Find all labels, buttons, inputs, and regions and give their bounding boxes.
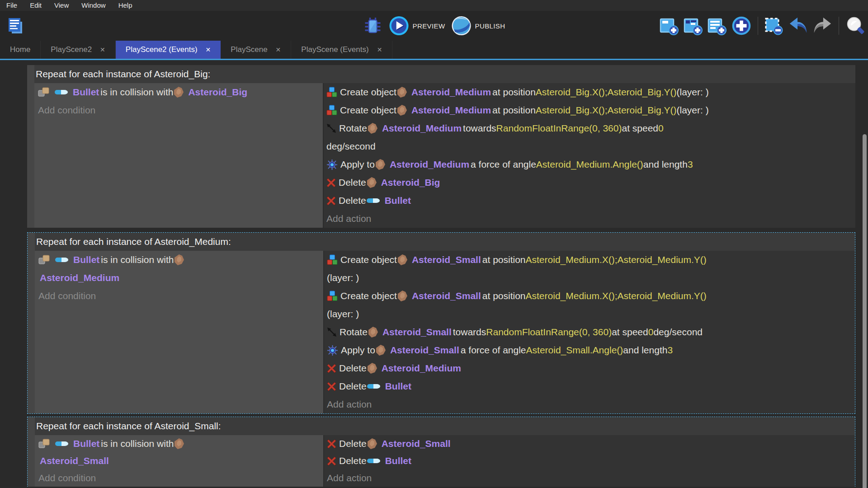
object-name: Asteroid_Medium xyxy=(411,105,491,116)
object-name: Asteroid_Small xyxy=(412,291,481,301)
action-row[interactable]: Create object Asteroid_Medium at positio… xyxy=(326,101,855,119)
action-row[interactable]: Delete Bullet xyxy=(326,192,855,210)
condition-row[interactable]: Asteroid_Medium xyxy=(38,269,323,287)
action-row[interactable]: Delete Asteroid_Big xyxy=(326,174,855,192)
asteroid-icon xyxy=(396,104,407,116)
add-action-button[interactable]: Add action xyxy=(326,210,855,228)
action-row[interactable]: (layer: ) xyxy=(327,269,855,287)
actions-column[interactable]: Delete Asteroid_SmallDelete BulletAdd ac… xyxy=(324,435,855,487)
vertical-scrollbar[interactable] xyxy=(863,134,867,488)
event-drag-handle[interactable] xyxy=(28,417,35,487)
add-condition-button[interactable]: Add condition xyxy=(38,101,323,119)
object-name: Asteroid_Small xyxy=(412,254,481,265)
action-row[interactable]: (layer: ) xyxy=(327,305,855,323)
tab-playscene2[interactable]: PlayScene2 ✕ xyxy=(41,41,115,59)
event-header[interactable]: Repeat for each instance of Asteroid_Med… xyxy=(35,233,855,251)
action-row[interactable]: Delete Asteroid_Medium xyxy=(327,359,855,377)
rotate-icon xyxy=(326,123,336,133)
add-comment-icon[interactable] xyxy=(708,16,727,36)
event-block[interactable]: Repeat for each instance of Asteroid_Med… xyxy=(27,232,855,414)
select-remove-icon[interactable] xyxy=(764,16,784,36)
text-segment: (layer: ) xyxy=(676,87,708,98)
publish-button[interactable]: PUBLISH xyxy=(451,16,505,36)
add-condition-button[interactable]: Add condition xyxy=(38,469,323,487)
event-block[interactable]: Repeat for each instance of Asteroid_Big… xyxy=(27,65,855,228)
text-segment: Rotate xyxy=(340,327,368,338)
event-drag-handle[interactable] xyxy=(28,233,35,413)
undo-icon[interactable] xyxy=(788,16,808,36)
collision-icon xyxy=(38,438,52,449)
text-segment: deg/second xyxy=(653,327,703,338)
action-row[interactable]: Delete Bullet xyxy=(327,377,855,395)
create-icon xyxy=(327,291,338,301)
action-row[interactable]: Create object Asteroid_Small at position… xyxy=(327,287,855,305)
add-subevent-icon[interactable] xyxy=(684,16,703,36)
tab-label: PlayScene (Events) xyxy=(301,45,368,54)
event-header[interactable]: Repeat for each instance of Asteroid_Big… xyxy=(34,65,855,83)
text-segment: Delete xyxy=(339,381,367,392)
menu-item-help[interactable]: Help xyxy=(112,0,139,11)
conditions-column[interactable]: Bullet is in collision with Asteroid_Sma… xyxy=(35,435,324,487)
tab-playscene[interactable]: PlayScene ✕ xyxy=(221,41,291,59)
action-row[interactable]: Delete Asteroid_Small xyxy=(327,435,855,452)
bullet-icon xyxy=(55,256,69,263)
event-block[interactable]: Repeat for each instance of Asteroid_Sma… xyxy=(27,417,855,487)
add-condition-button[interactable]: Add condition xyxy=(38,287,323,305)
action-row[interactable]: Rotate Asteroid_Small towards RandomFloa… xyxy=(327,323,855,341)
text-segment: and length xyxy=(643,159,688,170)
debugger-icon[interactable] xyxy=(363,16,383,36)
condition-row[interactable]: Bullet is in collision with xyxy=(38,251,323,269)
asteroid-icon xyxy=(366,177,377,188)
add-circle-icon[interactable] xyxy=(731,16,751,36)
asteroid-icon xyxy=(397,290,408,302)
preview-play-icon xyxy=(389,16,409,36)
text-segment: a force of angle xyxy=(461,345,526,356)
add-action-button[interactable]: Add action xyxy=(327,395,855,413)
rotate-icon xyxy=(327,327,337,337)
condition-row[interactable]: Bullet is in collision with xyxy=(38,435,323,452)
close-icon[interactable]: ✕ xyxy=(276,46,281,53)
text-segment: towards xyxy=(463,123,496,134)
condition-row[interactable]: Bullet is in collision with Asteroid_Big xyxy=(38,83,323,101)
add-action-button[interactable]: Add action xyxy=(327,469,855,487)
menu-item-view[interactable]: View xyxy=(48,0,75,11)
tab-playscene-events[interactable]: PlayScene (Events) ✕ xyxy=(291,41,392,59)
action-row[interactable]: Apply to Asteroid_Medium a force of angl… xyxy=(326,155,855,174)
close-icon[interactable]: ✕ xyxy=(377,46,382,53)
action-row[interactable]: Delete Bullet xyxy=(327,452,855,469)
condition-row[interactable]: Asteroid_Small xyxy=(38,452,323,469)
action-row[interactable]: Apply to Asteroid_Small a force of angle… xyxy=(327,341,855,359)
menu-item-file[interactable]: File xyxy=(0,0,24,11)
tab-label: PlayScene xyxy=(231,45,267,54)
search-icon[interactable] xyxy=(845,16,865,36)
event-drag-handle[interactable] xyxy=(27,65,34,228)
conditions-column[interactable]: Bullet is in collision with Asteroid_Med… xyxy=(35,251,324,413)
text-segment: deg/second xyxy=(326,141,376,152)
preview-label: PREVIEW xyxy=(413,22,445,30)
actions-column[interactable]: Create object Asteroid_Medium at positio… xyxy=(324,83,855,228)
object-name: Asteroid_Small xyxy=(390,345,459,356)
preview-button[interactable]: PREVIEW xyxy=(389,16,445,36)
tab-bar: Home ✕ PlayScene2 ✕ PlayScene2 (Events) … xyxy=(0,41,868,60)
tab-home[interactable]: Home ✕ xyxy=(0,41,41,59)
conditions-column[interactable]: Bullet is in collision with Asteroid_Big… xyxy=(34,83,324,228)
text-segment: is in collision with xyxy=(101,254,174,265)
action-row[interactable]: deg/second xyxy=(326,137,855,155)
action-row[interactable]: Rotate Asteroid_Medium towards RandomFlo… xyxy=(326,119,855,137)
actions-column[interactable]: Create object Asteroid_Small at position… xyxy=(324,251,855,413)
close-icon[interactable]: ✕ xyxy=(206,46,211,53)
add-event-icon[interactable] xyxy=(660,16,679,36)
publish-label: PUBLISH xyxy=(475,22,505,30)
close-icon[interactable]: ✕ xyxy=(100,46,105,53)
asteroid-icon xyxy=(173,86,184,98)
text-segment: a force of angle xyxy=(471,159,536,170)
action-row[interactable]: Create object Asteroid_Medium at positio… xyxy=(326,83,855,101)
text-segment: Delete xyxy=(339,177,366,188)
menu-item-window[interactable]: Window xyxy=(75,0,112,11)
project-manager-icon[interactable] xyxy=(5,16,25,36)
action-row[interactable]: Create object Asteroid_Small at position… xyxy=(327,251,855,269)
tab-playscene2-events[interactable]: PlayScene2 (Events) ✕ xyxy=(116,41,221,59)
menu-item-edit[interactable]: Edit xyxy=(24,0,48,11)
event-header[interactable]: Repeat for each instance of Asteroid_Sma… xyxy=(35,417,855,435)
bullet-icon xyxy=(367,457,381,465)
